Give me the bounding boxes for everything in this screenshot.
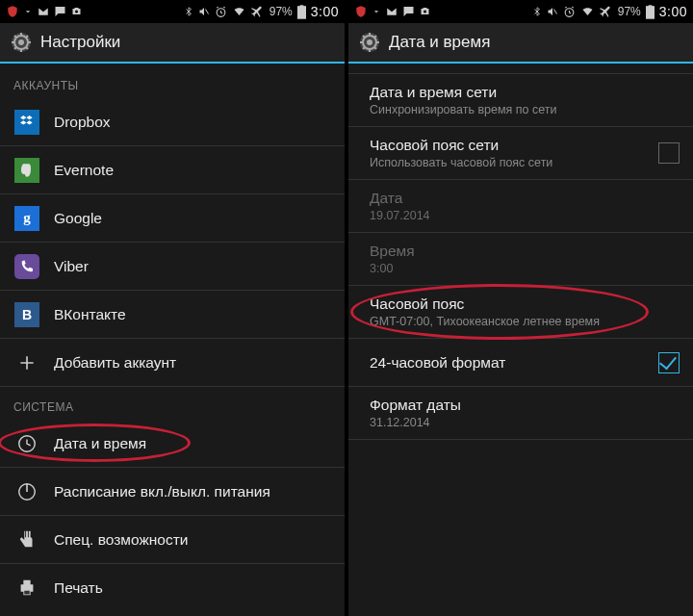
section-accounts: АККАУНТЫ <box>0 65 345 98</box>
row-label: Время <box>370 243 680 260</box>
account-row-google[interactable]: g Google <box>0 194 345 243</box>
row-network-time[interactable]: Дата и время сети Синхронизировать время… <box>348 73 693 127</box>
system-row-datetime[interactable]: Дата и время <box>0 420 345 468</box>
status-tray-left <box>354 5 431 18</box>
row-label: Дата <box>370 190 680 207</box>
system-row-accessibility[interactable]: Спец. возможности <box>0 516 345 564</box>
svg-line-13 <box>26 47 28 49</box>
svg-line-32 <box>363 36 365 38</box>
vk-icon: B <box>14 302 39 327</box>
clock-icon <box>16 433 38 454</box>
row-label: Часовой пояс сети <box>370 137 658 154</box>
account-label: Dropbox <box>54 114 111 131</box>
svg-rect-24 <box>648 5 652 7</box>
header-title: Дата и время <box>389 33 490 52</box>
status-tray-left <box>6 5 83 18</box>
row-label: 24-часовой формат <box>370 354 658 372</box>
status-tray-right: 97% 3:00 <box>532 4 687 19</box>
row-sub: 19.07.2014 <box>370 209 680 222</box>
row-label: Часовой пояс <box>370 295 680 313</box>
dropbox-icon <box>14 110 39 135</box>
clock-text: 3:00 <box>311 4 339 19</box>
svg-line-12 <box>14 36 16 38</box>
bluetooth-icon <box>184 5 193 18</box>
gear-icon <box>10 31 33 54</box>
header-datetime: Дата и время <box>348 23 693 64</box>
checkbox[interactable] <box>658 142 680 164</box>
account-label: Evernote <box>54 162 114 179</box>
section-system: СИСТЕМА <box>0 387 345 420</box>
row-24h-format[interactable]: 24-часовой формат <box>348 339 693 387</box>
svg-line-15 <box>26 36 28 38</box>
svg-rect-3 <box>297 6 306 19</box>
statusbar: 97% 3:00 <box>0 0 345 23</box>
battery-text: 97% <box>270 5 293 18</box>
row-timezone[interactable]: Часовой пояс GMT-07:00, Тихоокеанское ле… <box>348 286 693 339</box>
row-label: Дата и время сети <box>370 84 680 101</box>
row-sub: Синхронизировать время по сети <box>370 103 680 116</box>
row-sub: GMT-07:00, Тихоокеанское летнее время <box>370 315 680 328</box>
svg-line-14 <box>14 47 16 49</box>
battery-text: 97% <box>618 5 641 18</box>
account-row-vk[interactable]: B ВКонтакте <box>0 291 345 339</box>
svg-point-7 <box>18 39 24 45</box>
system-row-power-schedule[interactable]: Расписание вкл./выкл. питания <box>0 468 345 516</box>
power-icon <box>16 481 38 502</box>
add-account-row[interactable]: Добавить аккаунт <box>0 339 345 387</box>
shield-icon <box>6 5 19 18</box>
chat-icon <box>402 6 415 17</box>
svg-line-34 <box>363 47 365 49</box>
header-settings: Настройки <box>0 23 345 64</box>
camera-icon <box>70 6 83 17</box>
svg-point-0 <box>75 11 78 13</box>
svg-line-1 <box>205 10 208 14</box>
mail-icon <box>385 6 398 17</box>
system-label: Печать <box>54 579 103 597</box>
row-date: Дата 19.07.2014 <box>348 180 693 233</box>
hand-icon <box>16 529 38 551</box>
svg-point-20 <box>424 11 426 13</box>
camera-icon <box>419 6 431 17</box>
row-date-format[interactable]: Формат даты 31.12.2014 <box>348 387 693 440</box>
account-label: Viber <box>54 258 89 275</box>
battery-icon <box>297 5 306 19</box>
account-row-viber[interactable]: Viber <box>0 243 345 291</box>
viber-icon <box>14 254 39 279</box>
wifi-icon <box>580 6 595 17</box>
add-account-label: Добавить аккаунт <box>54 354 176 372</box>
alarm-icon <box>563 6 576 18</box>
airplane-icon <box>251 5 265 18</box>
account-label: Google <box>54 210 102 227</box>
printer-icon <box>16 578 38 599</box>
checkbox-checked[interactable] <box>658 352 680 373</box>
mail-icon <box>37 6 50 17</box>
battery-icon <box>646 5 654 19</box>
evernote-icon <box>14 158 39 183</box>
svg-rect-19 <box>24 591 30 595</box>
system-row-print[interactable]: Печать <box>0 564 345 612</box>
svg-line-21 <box>553 10 556 14</box>
row-sub: Использовать часовой пояс сети <box>370 156 658 169</box>
row-network-tz[interactable]: Часовой пояс сети Использовать часовой п… <box>348 127 693 180</box>
statusbar: 97% 3:00 <box>348 0 693 23</box>
svg-line-33 <box>374 47 376 49</box>
account-label: ВКонтакте <box>54 306 126 323</box>
alarm-icon <box>215 6 227 18</box>
settings-list: АККАУНТЫ Dropbox Evernote g Google Viber… <box>0 64 345 616</box>
plus-icon <box>17 353 37 372</box>
datetime-list: Дата и время сети Синхронизировать время… <box>348 64 693 616</box>
system-label: Дата и время <box>54 435 146 452</box>
gear-icon <box>358 31 381 54</box>
header-title: Настройки <box>40 33 120 52</box>
dropdown-icon <box>23 7 33 16</box>
clock-text: 3:00 <box>659 4 687 19</box>
bluetooth-icon <box>532 5 542 18</box>
system-label: Спец. возможности <box>54 531 188 549</box>
row-label: Формат даты <box>370 397 680 414</box>
account-row-dropbox[interactable]: Dropbox <box>0 98 345 146</box>
shield-icon <box>354 5 368 18</box>
phone-right: 97% 3:00 Дата и время Дата и время сети … <box>345 0 693 616</box>
account-row-evernote[interactable]: Evernote <box>0 146 345 194</box>
mute-icon <box>547 5 558 18</box>
row-sub: 31.12.2014 <box>370 416 680 429</box>
